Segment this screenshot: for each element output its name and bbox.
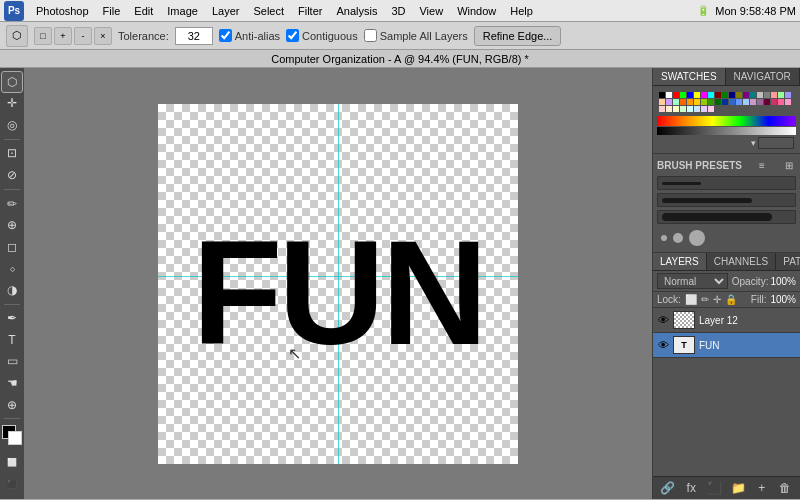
pen-tool[interactable]: ✒ (2, 309, 22, 329)
menu-edit[interactable]: Edit (128, 3, 159, 19)
swatch-cell[interactable] (715, 92, 721, 98)
shape-tool[interactable]: ▭ (2, 352, 22, 372)
brush-dot-medium[interactable] (673, 233, 683, 243)
opacity-value[interactable]: 100% (770, 276, 796, 287)
brush-tool[interactable]: ✏ (2, 194, 22, 214)
crop-tool[interactable]: ⊡ (2, 144, 22, 164)
swatch-cell[interactable] (785, 99, 791, 105)
swatch-cell[interactable] (708, 92, 714, 98)
sample-all-checkbox[interactable] (364, 29, 377, 42)
layer-mask-btn[interactable]: ⬛ (707, 480, 723, 496)
contiguous-checkbox[interactable] (286, 29, 299, 42)
zoom-tool[interactable]: ⊕ (2, 395, 22, 415)
swatch-cell[interactable] (729, 99, 735, 105)
brush-stroke-3[interactable] (657, 210, 796, 224)
add-sel-icon[interactable]: + (54, 27, 72, 45)
swatch-cell[interactable] (666, 106, 672, 112)
swatch-cell[interactable] (778, 99, 784, 105)
brush-panel-menu[interactable]: ≡ (755, 158, 769, 172)
screen-mode-btn[interactable]: ⬛ (2, 475, 22, 495)
brush-stroke-2[interactable] (657, 193, 796, 207)
wand-tool-icon[interactable]: ⬡ (6, 25, 28, 47)
swatch-cell[interactable] (687, 106, 693, 112)
tab-swatches[interactable]: SWATCHES (653, 68, 726, 85)
layer-link-btn[interactable]: 🔗 (660, 480, 676, 496)
tolerance-input[interactable] (175, 27, 213, 45)
swatch-cell[interactable] (666, 99, 672, 105)
brush-dot-large[interactable] (689, 230, 705, 246)
layer-fx-btn[interactable]: fx (683, 480, 699, 496)
lock-pixels-icon[interactable]: ✏ (701, 294, 709, 305)
tab-paths[interactable]: PATHS (776, 253, 800, 270)
menu-view[interactable]: View (413, 3, 449, 19)
swatch-cell[interactable] (673, 92, 679, 98)
swatch-cell[interactable] (736, 99, 742, 105)
move-tool[interactable]: ✛ (2, 94, 22, 114)
layer-delete-btn[interactable]: 🗑 (777, 480, 793, 496)
eraser-tool[interactable]: ◻ (2, 237, 22, 257)
swatch-cell[interactable] (680, 106, 686, 112)
menu-analysis[interactable]: Analysis (330, 3, 383, 19)
blend-mode-select[interactable]: Normal (657, 273, 728, 289)
swatch-cell[interactable] (750, 92, 756, 98)
lock-transparency-icon[interactable]: ⬜ (685, 294, 697, 305)
swatch-cell[interactable] (694, 92, 700, 98)
swatch-cell[interactable] (701, 92, 707, 98)
lock-all-icon[interactable]: 🔒 (725, 294, 737, 305)
swatch-cell[interactable] (673, 106, 679, 112)
swatch-cell[interactable] (771, 99, 777, 105)
swatch-cell[interactable] (673, 99, 679, 105)
swatch-cell[interactable] (778, 92, 784, 98)
swatch-cell[interactable] (659, 99, 665, 105)
swatch-cell[interactable] (680, 99, 686, 105)
menu-3d[interactable]: 3D (385, 3, 411, 19)
swatch-cell[interactable] (708, 99, 714, 105)
layer-group-btn[interactable]: 📁 (730, 480, 746, 496)
swatch-cell[interactable] (680, 92, 686, 98)
swatch-cell[interactable] (757, 92, 763, 98)
swatch-cell[interactable] (736, 92, 742, 98)
clone-tool[interactable]: ⊕ (2, 215, 22, 235)
refine-edge-button[interactable]: Refine Edge... (474, 26, 562, 46)
swatch-cell[interactable] (771, 92, 777, 98)
dodge-tool[interactable]: ◑ (2, 280, 22, 300)
swatch-cell[interactable] (715, 99, 721, 105)
swatch-cell[interactable] (764, 99, 770, 105)
swatch-cell[interactable] (694, 99, 700, 105)
swatch-cell[interactable] (743, 92, 749, 98)
swatch-cell[interactable] (708, 106, 714, 112)
paint-bucket-tool[interactable]: ⬦ (2, 258, 22, 278)
swatch-slider[interactable] (758, 137, 794, 149)
menu-window[interactable]: Window (451, 3, 502, 19)
swatch-cell[interactable] (687, 99, 693, 105)
tab-layers[interactable]: LAYERS (653, 253, 707, 270)
swatch-cell[interactable] (701, 106, 707, 112)
tab-channels[interactable]: CHANNELS (707, 253, 776, 270)
swatch-cell[interactable] (659, 106, 665, 112)
grayscale-gradient[interactable] (657, 127, 796, 135)
foreground-color[interactable] (2, 425, 22, 445)
menu-photoshop[interactable]: Photoshop (30, 3, 95, 19)
inter-sel-icon[interactable]: × (94, 27, 112, 45)
brush-dot-small[interactable] (661, 235, 667, 241)
swatch-cell[interactable] (757, 99, 763, 105)
lock-position-icon[interactable]: ✛ (713, 294, 721, 305)
swatch-cell[interactable] (666, 92, 672, 98)
layer-visibility-0[interactable]: 👁 (657, 314, 669, 326)
quick-mask-btn[interactable]: ⬜ (2, 453, 22, 473)
menu-help[interactable]: Help (504, 3, 539, 19)
new-sel-icon[interactable]: □ (34, 27, 52, 45)
swatch-cell[interactable] (659, 92, 665, 98)
layer-item-1[interactable]: 👁 T FUN (653, 333, 800, 358)
swatch-cell[interactable] (750, 99, 756, 105)
menu-file[interactable]: File (97, 3, 127, 19)
layer-item-0[interactable]: 👁 Layer 12 (653, 308, 800, 333)
layer-visibility-1[interactable]: 👁 (657, 339, 669, 351)
brush-panel-grid[interactable]: ⊞ (782, 158, 796, 172)
swatch-cell[interactable] (687, 92, 693, 98)
swatch-cell[interactable] (722, 92, 728, 98)
eyedropper-tool[interactable]: ⊘ (2, 165, 22, 185)
sub-sel-icon[interactable]: - (74, 27, 92, 45)
hand-tool[interactable]: ☚ (2, 373, 22, 393)
magic-wand-tool[interactable]: ⬡ (2, 72, 22, 92)
